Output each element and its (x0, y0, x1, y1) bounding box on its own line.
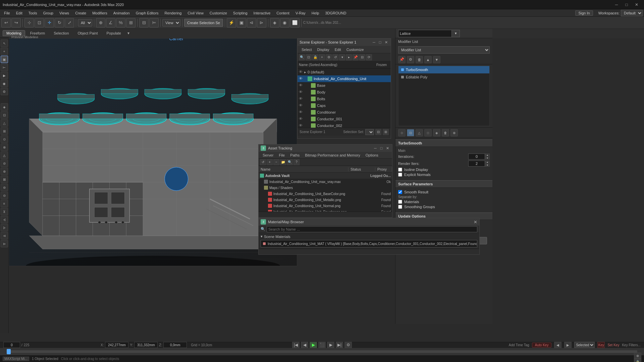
mod-turbosmooth[interactable]: TurboSmooth (398, 66, 489, 73)
z-coord-input[interactable] (163, 342, 187, 348)
menu-group[interactable]: Group (40, 10, 56, 16)
tab-populate[interactable]: Populate (103, 30, 124, 36)
at-maximize-btn[interactable]: □ (379, 145, 384, 151)
at-remove-btn[interactable]: − (273, 159, 279, 165)
se-menu-display[interactable]: Display (315, 47, 332, 52)
sub-tool-15[interactable]: ⊰ (1, 216, 8, 223)
at-add-btn[interactable]: + (267, 159, 273, 165)
rp-tool-vertex[interactable]: ⊹ (398, 129, 406, 136)
render-iters-up[interactable]: ▲ (485, 161, 489, 164)
at-search-btn[interactable]: 🔍 (287, 159, 293, 165)
render-iters-down[interactable]: ▼ (485, 164, 489, 167)
modifier-name-input[interactable]: Lattice (398, 30, 452, 37)
at-minimize-btn[interactable]: ─ (373, 145, 378, 151)
align-button[interactable]: ⊨ (149, 18, 159, 27)
menu-rendering[interactable]: Rendering (162, 10, 184, 16)
iterations-input[interactable] (468, 154, 485, 160)
sub-tool-7[interactable]: ◬ (1, 152, 8, 159)
close-button[interactable]: ✕ (632, 1, 641, 8)
scene-explorer-list[interactable]: 👁 ▸ 0 (default) 👁 Industrial_Air_Conditi… (298, 69, 391, 128)
menu-3dground[interactable]: 3DGROUND (322, 10, 349, 16)
se-maximize-btn[interactable]: □ (377, 40, 383, 45)
menu-graph-editors[interactable]: Graph Editors (133, 10, 161, 16)
sub-tool-3[interactable]: △ (1, 119, 8, 127)
iterations-spinner[interactable]: ▲ ▼ (485, 154, 490, 160)
rp-move-up-btn[interactable]: ▲ (424, 56, 432, 63)
se-view-btn[interactable]: ⊞ (383, 129, 389, 135)
se-tb-lock[interactable]: 🔒 (312, 54, 318, 60)
se-menu-edit[interactable]: Edit (332, 47, 344, 52)
menu-modifiers[interactable]: Modifiers (90, 10, 110, 16)
move-button[interactable]: ✛ (45, 18, 54, 27)
selection-set-dropdown[interactable] (365, 129, 374, 135)
rp-tool-copy[interactable]: ⊕ (450, 129, 458, 136)
material-search-input[interactable] (267, 226, 477, 232)
at-row-metallic[interactable]: Industrial_Air_Conditioning_Unit_Metalli… (259, 197, 392, 203)
se-tb-filter[interactable]: ⊡ (306, 54, 312, 60)
mod-editable-poly[interactable]: Editable Poly (398, 73, 489, 81)
sub-tool-9[interactable]: ⊛ (1, 168, 8, 175)
surface-parameters-header[interactable]: Surface Parameters (395, 180, 492, 188)
frame-input[interactable] (3, 342, 20, 348)
menu-customize[interactable]: Customize (207, 10, 230, 16)
redo-button[interactable]: ↪ (11, 18, 21, 27)
select-object-button[interactable]: ⊹ (24, 18, 34, 27)
tab-object-paint[interactable]: Object Paint (74, 30, 102, 36)
material-item[interactable]: Industrial_Air_Conditioning_Unit_MAT ( V… (261, 240, 477, 247)
rp-tool-element[interactable]: ◈ (433, 129, 440, 136)
render-iters-input[interactable] (468, 161, 485, 167)
explicit-normals-checkbox[interactable] (398, 173, 402, 177)
rp-tool-face[interactable]: △ (416, 129, 423, 136)
view-dropdown[interactable]: View (162, 19, 180, 26)
rp-tool-delete[interactable]: 🗑 (442, 129, 449, 136)
selected-dropdown[interactable]: Selected (574, 342, 595, 348)
iterations-down[interactable]: ▼ (485, 157, 489, 160)
se-item-base[interactable]: 👁 Base (298, 82, 391, 89)
material-editor-button[interactable]: ◈ (270, 18, 279, 27)
se-menu-select[interactable]: Select (299, 47, 315, 52)
scene-materials-header[interactable]: ▾ Scene Materials (261, 234, 477, 239)
set-key-btn[interactable]: Key (597, 342, 605, 348)
spinner-snap-button[interactable]: ⊞ (126, 18, 136, 27)
render-setup-button[interactable]: ⊳ (257, 18, 266, 27)
sub-tool-6[interactable]: ⊗ (1, 143, 8, 151)
minimize-button[interactable]: ─ (612, 1, 621, 8)
next-frame-btn[interactable]: ▶ (327, 342, 334, 348)
material-browser-close[interactable]: ✕ (474, 220, 477, 225)
auto-key-button[interactable]: Auto Key (532, 343, 552, 348)
layer-manager-button[interactable]: ▣ (237, 18, 246, 27)
tab-options-button[interactable]: ▾ (127, 31, 129, 36)
at-menu-bitmap[interactable]: Bitmap Performance and Memory (302, 153, 363, 158)
sub-tool-17[interactable]: ⊲ (1, 232, 8, 239)
hierarchy-btn[interactable]: ⊢ (1, 64, 8, 71)
se-tb-sort[interactable]: ⊟ (359, 54, 365, 60)
at-menu-file[interactable]: File (276, 153, 287, 158)
viewport-config-button[interactable]: ⬜ (290, 18, 300, 27)
go-to-end-btn[interactable]: ▶| (336, 342, 343, 348)
sub-tool-16[interactable]: ⊱ (1, 224, 8, 231)
se-tb-sync[interactable]: ⟳ (366, 54, 372, 60)
menu-scripting[interactable]: Scripting (230, 10, 250, 16)
menu-help[interactable]: Help (309, 10, 322, 16)
smooth-result-checkbox[interactable] (398, 190, 402, 194)
display-btn[interactable]: ◉ (1, 80, 8, 87)
at-row-normal[interactable]: Industrial_Air_Conditioning_Unit_Normal.… (259, 203, 392, 209)
select-filter-dropdown[interactable]: All (78, 19, 92, 26)
angle-snap-button[interactable]: ∠ (106, 18, 115, 27)
render-frame-button[interactable]: ◉ (280, 18, 289, 27)
se-item-conductor1[interactable]: 👁 Conductor_001 (298, 116, 391, 122)
modifier-list-dropdown[interactable]: Modifier List (398, 46, 490, 54)
rp-delete-btn[interactable]: 🗑 (416, 56, 423, 63)
turbosmooth-header[interactable]: TurboSmooth (395, 139, 492, 147)
menu-content[interactable]: Content (274, 10, 292, 16)
menu-file[interactable]: File (1, 10, 13, 16)
se-tb-expand[interactable]: ▸ (346, 54, 352, 60)
at-row-roughness[interactable]: Industrial_Air_Conditioning_Unit_Roughne… (259, 209, 392, 212)
isoline-display-checkbox[interactable] (398, 168, 402, 172)
materials-checkbox[interactable] (398, 200, 402, 204)
modifier-dropdown-btn[interactable]: ▾ (452, 30, 460, 37)
y-coord-input[interactable] (134, 342, 158, 348)
menu-views[interactable]: Views (57, 10, 72, 16)
time-config-btn[interactable]: ⚙ (344, 342, 352, 348)
menu-interactive[interactable]: Interactive (251, 10, 273, 16)
